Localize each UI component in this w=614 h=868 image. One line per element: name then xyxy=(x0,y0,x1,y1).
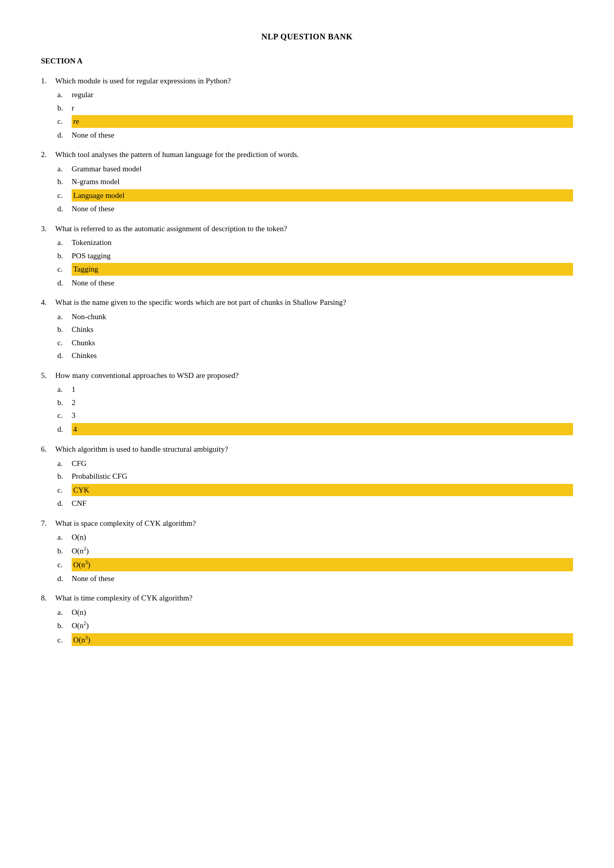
question-item: 4. What is the name given to the specifi… xyxy=(41,297,573,363)
option-letter: a. xyxy=(55,384,72,395)
option-letter: b. xyxy=(55,250,72,262)
options-list: a. Non-chunk b. Chinks c. Chunks d. Chin… xyxy=(55,310,573,362)
section-heading: SECTION A xyxy=(41,55,573,67)
option-item: d. None of these xyxy=(55,129,573,142)
question-item: 2. Which tool analyses the pattern of hu… xyxy=(41,149,573,216)
option-item: a. Non-chunk xyxy=(55,310,573,323)
question-number: 7. xyxy=(41,518,55,586)
option-letter: c. xyxy=(55,190,72,202)
option-text: Probabilistic CFG xyxy=(72,471,573,482)
option-letter: a. xyxy=(55,237,72,249)
question-text: Which tool analyses the pattern of human… xyxy=(55,149,573,161)
option-text-highlighted: CYK xyxy=(72,484,573,497)
option-text: 3 xyxy=(72,410,573,421)
option-text: N-grams model xyxy=(72,176,573,188)
option-text: 2 xyxy=(72,397,573,409)
option-item: c. 3 xyxy=(55,409,573,422)
question-number: 1. xyxy=(41,75,55,142)
option-letter: c. xyxy=(55,559,72,571)
option-text: None of these xyxy=(72,129,573,141)
options-list: a. O(n) b. O(n2) c. O(n3) d. None of the… xyxy=(55,531,573,585)
option-item: d. None of these xyxy=(55,203,573,215)
option-letter: d. xyxy=(55,277,72,289)
option-letter: c. xyxy=(55,634,72,646)
question-number: 5. xyxy=(41,370,55,437)
option-text: 1 xyxy=(72,384,573,395)
option-text: Chinkes xyxy=(72,350,573,362)
question-item: 7. What is space complexity of CYK algor… xyxy=(41,518,573,586)
option-item: a. O(n) xyxy=(55,531,573,544)
option-letter: a. xyxy=(55,163,72,175)
option-letter: c. xyxy=(55,116,72,127)
question-number: 3. xyxy=(41,223,55,290)
option-letter: b. xyxy=(55,324,72,336)
option-item: b. 2 xyxy=(55,396,573,409)
option-item: a. CFG xyxy=(55,457,573,470)
option-text-highlighted: 4 xyxy=(72,423,573,436)
option-item: c. Language model xyxy=(55,189,573,203)
question-body: Which algorithm is used to handle struct… xyxy=(55,443,573,510)
question-body: What is referred to as the automatic ass… xyxy=(55,223,573,290)
option-text: Chunks xyxy=(72,337,573,349)
option-text: O(n2) xyxy=(72,545,573,557)
question-number: 8. xyxy=(41,592,55,647)
option-item: d. None of these xyxy=(55,572,573,585)
option-letter: b. xyxy=(55,471,72,482)
option-letter: d. xyxy=(55,498,72,509)
option-text-highlighted: Tagging xyxy=(72,263,573,276)
option-letter: b. xyxy=(55,397,72,409)
question-item: 6. Which algorithm is used to handle str… xyxy=(41,443,573,510)
option-text-highlighted: Language model xyxy=(72,189,573,202)
option-item: a. Tokenization xyxy=(55,236,573,249)
question-number: 2. xyxy=(41,149,55,216)
question-text: Which algorithm is used to handle struct… xyxy=(55,443,573,455)
option-letter: a. xyxy=(55,311,72,323)
option-letter: a. xyxy=(55,607,72,618)
question-item: 8. What is time complexity of CYK algori… xyxy=(41,592,573,647)
option-item: b. N-grams model xyxy=(55,175,573,188)
option-item: b. O(n2) xyxy=(55,544,573,558)
option-letter: c. xyxy=(55,337,72,349)
page-title: NLP QUESTION BANK xyxy=(41,31,573,43)
option-text: O(n2) xyxy=(72,619,573,632)
question-body: What is space complexity of CYK algorith… xyxy=(55,518,573,586)
option-text: O(n) xyxy=(72,607,573,618)
option-item: d. None of these xyxy=(55,277,573,290)
option-text-highlighted: O(n3) xyxy=(72,558,573,571)
options-list: a. Tokenization b. POS tagging c. Taggin… xyxy=(55,236,573,289)
option-letter: c. xyxy=(55,263,72,275)
option-letter: c. xyxy=(55,484,72,496)
option-text: r xyxy=(72,102,573,114)
option-item: c. Chunks xyxy=(55,337,573,349)
option-text: POS tagging xyxy=(72,250,573,262)
option-text-highlighted: re xyxy=(72,115,573,128)
option-item: b. Probabilistic CFG xyxy=(55,470,573,483)
option-item: b. Chinks xyxy=(55,323,573,336)
option-letter: a. xyxy=(55,531,72,543)
option-item: b. POS tagging xyxy=(55,250,573,262)
option-letter: a. xyxy=(55,89,72,101)
option-item: c. O(n3) xyxy=(55,633,573,647)
question-text: What is space complexity of CYK algorith… xyxy=(55,518,573,529)
option-letter: d. xyxy=(55,203,72,215)
option-item: c. CYK xyxy=(55,483,573,497)
option-item: a. Grammar based model xyxy=(55,163,573,175)
option-letter: b. xyxy=(55,545,72,557)
question-text: What is time complexity of CYK algorithm… xyxy=(55,592,573,604)
option-item: d. CNF xyxy=(55,497,573,510)
option-text: None of these xyxy=(72,203,573,215)
question-item: 1. Which module is used for regular expr… xyxy=(41,75,573,142)
question-body: What is the name given to the specific w… xyxy=(55,297,573,363)
option-letter: b. xyxy=(55,620,72,632)
question-number: 6. xyxy=(41,443,55,510)
question-item: 5. How many conventional approaches to W… xyxy=(41,370,573,437)
option-text: Chinks xyxy=(72,324,573,336)
option-item: d. Chinkes xyxy=(55,349,573,362)
question-body: Which module is used for regular express… xyxy=(55,75,573,142)
option-text-highlighted: O(n3) xyxy=(72,633,573,647)
options-list: a. 1 b. 2 c. 3 d. 4 xyxy=(55,383,573,436)
options-list: a. CFG b. Probabilistic CFG c. CYK d. CN… xyxy=(55,457,573,510)
question-text: What is the name given to the specific w… xyxy=(55,297,573,308)
option-text: CFG xyxy=(72,458,573,470)
option-item: c. O(n3) xyxy=(55,558,573,572)
